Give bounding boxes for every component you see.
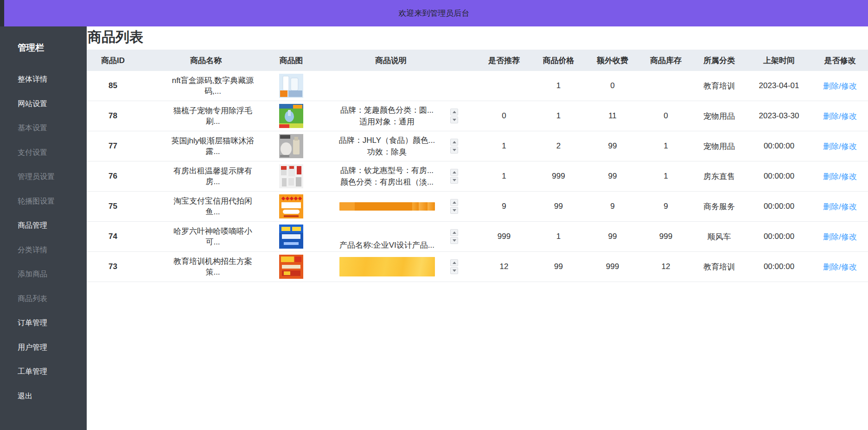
spinner-down-button[interactable] bbox=[450, 267, 458, 274]
cell-product-image bbox=[259, 71, 324, 101]
cell-price: 1 bbox=[531, 71, 586, 101]
cell-recommend: 9 bbox=[477, 192, 531, 222]
cell-extra-fee: 0 bbox=[586, 71, 639, 101]
product-thumbnail-nft-blindbox bbox=[279, 74, 303, 98]
cell-product-name: 英国jhly银渐层猫咪沐浴露... bbox=[139, 131, 259, 161]
desc-line-2: 颜色分类：有房出租（淡... bbox=[340, 176, 434, 188]
column-header-11: 是否修改 bbox=[812, 55, 868, 66]
sidebar-item-14[interactable]: 退出 bbox=[0, 384, 87, 409]
cell-extra-fee: 11 bbox=[586, 101, 639, 131]
sidebar-item-12[interactable]: 用户管理 bbox=[0, 335, 87, 360]
triangle-down-icon bbox=[453, 239, 456, 242]
delete-edit-link[interactable]: 删除/修改 bbox=[823, 171, 857, 182]
spinner-down-button[interactable] bbox=[450, 207, 458, 214]
sidebar-item-8[interactable]: 分类详情 bbox=[0, 238, 87, 263]
spinner-up-button[interactable] bbox=[450, 169, 458, 176]
cell-category: 商务服务 bbox=[692, 192, 746, 222]
delete-edit-link[interactable]: 删除/修改 bbox=[823, 201, 857, 212]
cell-product-name: 教育培训机构招生方案策... bbox=[139, 252, 259, 282]
cell-product-desc bbox=[324, 71, 477, 101]
cell-shelf-time: 00:00:00 bbox=[746, 252, 812, 282]
spinner-up-button[interactable] bbox=[450, 199, 458, 206]
sidebar-item-9[interactable]: 添加商品 bbox=[0, 262, 87, 287]
cell-product-id: 85 bbox=[87, 71, 139, 101]
spinner-up-button[interactable] bbox=[450, 139, 458, 146]
cell-category: 顺风车 bbox=[692, 222, 746, 252]
cell-stock: 0 bbox=[639, 101, 692, 131]
description-image-bar bbox=[339, 257, 435, 276]
cell-category: 宠物用品 bbox=[692, 131, 746, 161]
cell-extra-fee: 99 bbox=[586, 161, 639, 192]
delete-edit-link[interactable]: 删除/修改 bbox=[823, 262, 857, 272]
sidebar-item-13[interactable]: 工单管理 bbox=[0, 359, 87, 384]
delete-edit-link[interactable]: 删除/修改 bbox=[823, 81, 857, 91]
cell-product-id: 77 bbox=[87, 131, 139, 161]
quantity-spinner bbox=[450, 259, 458, 274]
delete-edit-link[interactable]: 删除/修改 bbox=[823, 231, 857, 242]
cell-stock: 999 bbox=[639, 222, 692, 252]
cell-extra-fee: 9 bbox=[586, 192, 639, 222]
table-body: 85nft盲盒源码,数字典藏源码,...10教育培训2023-04-01删除/修… bbox=[87, 71, 868, 282]
spinner-down-button[interactable] bbox=[450, 116, 458, 123]
cell-product-id: 76 bbox=[87, 161, 139, 192]
cell-shelf-time: 00:00:00 bbox=[746, 131, 812, 161]
cell-category: 教育培训 bbox=[692, 252, 746, 282]
spinner-down-button[interactable] bbox=[450, 147, 458, 154]
product-desc-content: 品牌：JHLY（食品）颜色...功效：除臭 bbox=[324, 131, 450, 161]
sidebar-item-11[interactable]: 订单管理 bbox=[0, 311, 87, 335]
column-header-2: 商品名称 bbox=[139, 55, 259, 66]
product-desc-content bbox=[324, 192, 450, 222]
sidebar-item-2[interactable]: 网站设置 bbox=[0, 92, 87, 116]
product-desc-content: 产品名称:企业VI设计产品... bbox=[324, 222, 450, 252]
spinner-down-button[interactable] bbox=[450, 177, 458, 184]
triangle-up-icon bbox=[453, 141, 456, 143]
desc-line-1: 产品名称:企业VI设计产品... bbox=[339, 239, 434, 251]
sidebar-item-10[interactable]: 商品列表 bbox=[0, 287, 87, 311]
delete-edit-link[interactable]: 删除/修改 bbox=[823, 111, 857, 122]
top-left-notch bbox=[0, 0, 4, 26]
sidebar-item-4[interactable]: 支付设置 bbox=[0, 141, 87, 165]
product-thumbnail-credit-service bbox=[279, 194, 303, 218]
sidebar-item-5[interactable]: 管理员设置 bbox=[0, 165, 87, 189]
sidebar-item-1[interactable]: 整体详情 bbox=[0, 67, 87, 92]
column-header-10: 上架时间 bbox=[746, 55, 812, 66]
cell-product-name: 猫梳子宠物专用除浮毛刷... bbox=[139, 101, 259, 131]
desc-text: 品牌：笼趣颜色分类：圆...适用对象：通用 bbox=[340, 104, 434, 128]
cell-actions: 删除/修改 bbox=[812, 101, 868, 131]
sidebar-item-7[interactable]: 商品管理 bbox=[0, 213, 87, 238]
description-image-bar bbox=[339, 202, 435, 211]
table-row: 74哈罗六叶神哈喽嘀嗒小可...产品名称:企业VI设计产品...99919999… bbox=[87, 222, 868, 252]
spinner-up-button[interactable] bbox=[450, 229, 458, 236]
product-thumbnail-cat-shampoo bbox=[279, 134, 303, 158]
cell-product-desc: 品牌：JHLY（食品）颜色...功效：除臭 bbox=[324, 131, 477, 161]
product-thumbnail-ride-hailing bbox=[279, 225, 303, 249]
table-header-row: 商品ID商品名称商品图商品说明是否推荐商品价格额外收费商品库存所属分类上架时间是… bbox=[87, 50, 868, 71]
cell-product-desc bbox=[324, 252, 477, 282]
cell-product-image bbox=[259, 252, 324, 282]
sidebar-item-3[interactable]: 基本设置 bbox=[0, 116, 87, 141]
cell-price: 1 bbox=[531, 222, 586, 252]
spinner-up-button[interactable] bbox=[450, 109, 458, 116]
cell-shelf-time: 00:00:00 bbox=[746, 192, 812, 222]
sidebar-item-6[interactable]: 轮播图设置 bbox=[0, 189, 87, 214]
cell-recommend: 12 bbox=[477, 252, 531, 282]
cell-price: 99 bbox=[531, 252, 586, 282]
cell-shelf-time: 2023-03-30 bbox=[746, 101, 812, 131]
spinner-down-button[interactable] bbox=[450, 237, 458, 244]
top-banner: 欢迎来到管理员后台 bbox=[0, 0, 868, 26]
delete-edit-link[interactable]: 删除/修改 bbox=[823, 141, 857, 152]
column-header-8: 商品库存 bbox=[639, 55, 692, 66]
desc-text: 品牌：钦龙惠型号：有房...颜色分类：有房出租（淡... bbox=[340, 165, 434, 188]
cell-product-image bbox=[259, 101, 324, 131]
triangle-up-icon bbox=[453, 171, 456, 173]
cell-product-desc bbox=[324, 192, 477, 222]
cell-recommend: 1 bbox=[477, 161, 531, 192]
quantity-spinner bbox=[450, 169, 458, 184]
cell-product-id: 75 bbox=[87, 192, 139, 222]
cell-stock: 1 bbox=[639, 131, 692, 161]
cell-stock bbox=[639, 71, 692, 101]
column-header-4: 商品说明 bbox=[324, 55, 477, 66]
cell-shelf-time: 2023-04-01 bbox=[746, 71, 812, 101]
cell-extra-fee: 99 bbox=[586, 131, 639, 161]
spinner-up-button[interactable] bbox=[450, 259, 458, 266]
